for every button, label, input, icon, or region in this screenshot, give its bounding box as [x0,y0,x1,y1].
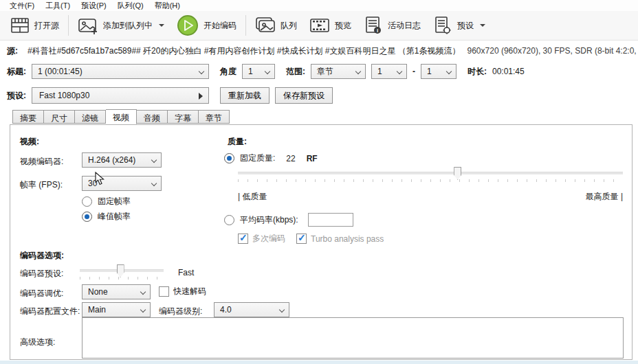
chevron-down-icon [480,24,485,27]
queue-button[interactable]: 队列 [249,14,303,37]
framerate-select[interactable]: 30 [82,176,162,191]
preset-select[interactable]: Fast 1080p30 [32,87,209,104]
menu-queue[interactable]: 队列(Q) [112,0,149,11]
reload-preset-button[interactable]: 重新加载 [220,87,270,104]
add-to-queue-button[interactable]: 添加到队列中 [72,14,170,37]
constant-quality-option[interactable]: 固定质量: 22 RF [224,152,318,164]
presets-toolbar-button[interactable]: 预设 [427,13,492,38]
chevron-down-icon [159,24,164,27]
encoder-tune-select[interactable]: None [82,284,151,299]
multipass-label: 多次编码 [252,233,285,244]
tab-chapters[interactable]: 章节 [199,110,230,124]
tab-dimensions[interactable]: 尺寸 [44,110,75,124]
preset-row: 预设: Fast 1080p30 重新加载 保存新预设 [0,84,638,106]
chevron-down-icon [265,69,270,74]
chevron-down-icon [151,181,157,186]
menu-file[interactable]: 文件(F) [4,0,40,11]
multipass-option[interactable]: 多次编码 Turbo analysis pass [238,233,384,244]
multipass-checkbox[interactable] [238,234,248,244]
toolbar-separator [68,15,69,36]
range-type-select[interactable]: 章节 [311,64,366,79]
video-encoder-select[interactable]: H.264 (x264) [82,152,162,168]
start-encode-button[interactable]: 开始编码 [170,12,243,39]
tab-summary[interactable]: 摘要 [12,110,44,124]
peak-framerate-option[interactable]: 峰值帧率 [82,211,131,223]
picture-add-icon [78,16,98,34]
encoder-preset-label: 编码器预设: [20,268,63,280]
encoder-profile-value: Main [88,305,106,315]
constant-framerate-label: 固定帧率 [98,196,131,207]
preview-label: 预览 [335,20,351,32]
preset-label: 预设: [7,90,26,102]
constant-quality-radio[interactable] [224,153,234,163]
tab-audio[interactable]: 音频 [137,110,168,124]
angle-label: 角度 [220,66,236,78]
play-icon [177,14,199,36]
video-tab-panel: 视频: 视频编码器: H.264 (x264) 帧率 (FPS): 30 固定帧… [10,124,632,360]
title-select[interactable]: 1 (00:01:45) [32,64,209,79]
video-encoder-value: H.264 (x264) [88,155,135,165]
menu-bar: 文件(F) 工具(T) 预设(P) 队列(Q) 帮助(H) [0,0,638,11]
encoder-tune-label: 编码器调优: [20,288,63,299]
angle-select[interactable]: 1 [242,64,275,79]
quality-slider[interactable] [238,172,623,182]
chevron-down-icon [355,69,361,74]
source-row: 源: #科普社#5d67c5fa1b7ac589## 歼20的内心独白 #有用内… [0,41,638,60]
avg-bitrate-radio[interactable] [224,215,234,225]
constant-quality-unit: RF [307,154,318,163]
constant-framerate-option[interactable]: 固定帧率 [82,196,131,207]
window-bottom-edge [0,361,638,364]
range-start-value: 1 [377,67,382,76]
menu-help[interactable]: 帮助(H) [149,0,186,11]
activity-log-button[interactable]: i 活动日志 [358,13,427,38]
encoder-preset-slider[interactable] [80,269,164,280]
fast-decode-option[interactable]: 快速解码 [159,286,206,297]
pictures-stack-icon [255,16,276,34]
encoder-preset-slider-track[interactable] [80,269,164,272]
constant-framerate-radio[interactable] [82,196,92,207]
encoder-level-select[interactable]: 4.0 [214,302,289,317]
angle-select-value: 1 [248,67,253,76]
range-label: 范围: [286,66,305,78]
encoder-profile-select[interactable]: Main [82,302,151,317]
range-type-value: 章节 [317,66,333,78]
tab-filters[interactable]: 滤镜 [75,110,106,124]
menu-tools[interactable]: 工具(T) [40,0,76,11]
advanced-options-textarea[interactable] [82,317,624,359]
handbrake-window: 文件(F) 工具(T) 预设(P) 队列(Q) 帮助(H) 打开源 添加到队列中… [0,0,638,364]
preset-select-value: Fast 1080p30 [39,91,89,100]
title-label: 标题: [7,66,26,78]
fast-decode-checkbox[interactable] [159,286,169,297]
framerate-label: 帧率 (FPS): [20,179,63,191]
range-end-value: 1 [427,67,432,76]
menu-presets[interactable]: 预设(P) [76,0,112,11]
turbo-checkbox[interactable] [296,234,307,244]
preview-button[interactable]: 预览 [303,14,358,37]
presets-toolbar-label: 预设 [457,20,474,32]
range-separator: - [412,67,415,76]
avg-bitrate-option[interactable]: 平均码率(kbps): [224,213,353,227]
encoder-preset-slider-thumb[interactable] [117,264,124,277]
encoder-level-label: 编码器级别: [159,306,202,317]
chevron-down-icon [140,307,146,312]
peak-framerate-radio[interactable] [82,212,92,222]
source-label: 源: [7,45,18,57]
quality-slider-thumb[interactable] [454,167,461,180]
quality-slider-ticks [238,179,623,182]
save-new-preset-button[interactable]: 保存新预设 [275,87,333,104]
open-source-button[interactable]: 打开源 [4,14,65,37]
encoder-preset-slider-ticks [80,277,164,280]
preset-gear-icon [433,16,452,35]
avg-bitrate-input[interactable] [308,213,353,227]
range-end-select[interactable]: 1 [421,64,456,79]
chevron-down-icon [397,69,402,74]
quality-slider-track[interactable] [238,172,623,174]
svg-text:i: i [377,27,378,34]
encoder-preset-value: Fast [178,268,194,277]
tab-video[interactable]: 视频 [106,109,137,124]
range-start-select[interactable]: 1 [371,64,407,79]
video-section-title: 视频: [20,136,39,148]
tab-subtitles[interactable]: 字幕 [168,110,199,124]
open-source-label: 打开源 [34,20,59,32]
title-select-value: 1 (00:01:45) [38,67,82,76]
